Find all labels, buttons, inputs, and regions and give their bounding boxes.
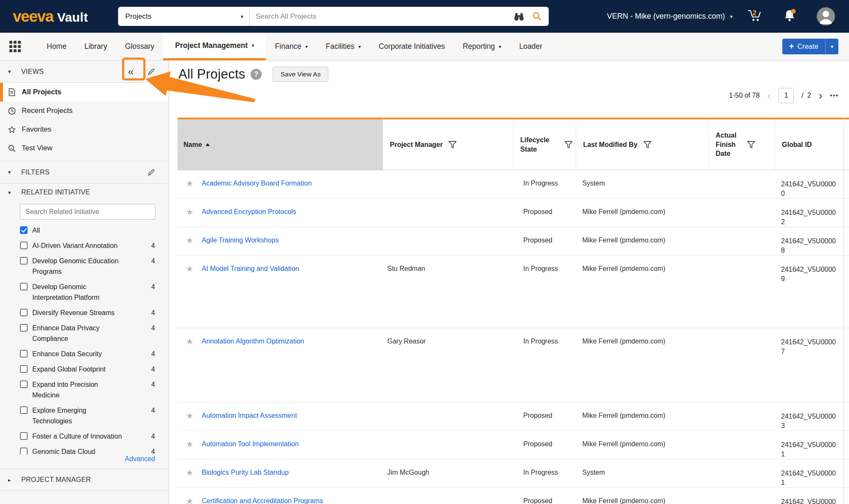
favorite-star-icon[interactable]: ★	[178, 328, 202, 346]
checkbox-icon[interactable]	[20, 380, 28, 388]
checkbox-icon[interactable]	[20, 242, 28, 249]
filter-option-explore-emerging-technologies[interactable]: Explore Emerging Technologies4	[20, 405, 155, 426]
related-initiative-search-input[interactable]	[20, 204, 155, 220]
create-dropdown-toggle[interactable]: ▾	[825, 39, 838, 54]
favorite-star-icon[interactable]: ★	[178, 431, 202, 449]
cart-button[interactable]: 2	[747, 8, 763, 24]
notifications-bell-button[interactable]	[783, 8, 796, 25]
page-number-input[interactable]: 1	[778, 88, 794, 103]
avatar[interactable]	[817, 7, 835, 25]
nav-tab-home[interactable]: Home	[38, 33, 76, 60]
create-button[interactable]: + Create ▾	[782, 39, 838, 54]
related-initiative-header[interactable]: ▾ RELATED INITIATIVE	[0, 183, 169, 201]
filter-funnel-icon[interactable]	[448, 141, 457, 149]
user-account-menu[interactable]: VERN - Mike (vern-genomics.com) ▾	[607, 12, 733, 21]
help-icon[interactable]: ?	[251, 69, 262, 80]
favorite-star-icon[interactable]: ★	[178, 170, 202, 189]
filter-option-enhance-data-security[interactable]: Enhance Data Security4	[20, 349, 155, 359]
nav-tab-glossary[interactable]: Glossary	[116, 33, 163, 60]
project-name-link[interactable]: Annotation Algorithm Optimization	[202, 338, 304, 345]
nav-tab-facilities[interactable]: Facilities▾	[317, 33, 370, 60]
filter-funnel-icon[interactable]	[747, 141, 755, 149]
views-section-header[interactable]: ▾ VIEWS «	[0, 61, 169, 83]
filter-option-foster-a-culture-of-innovation[interactable]: Foster a Culture of Innovation4	[20, 431, 155, 442]
project-manager-section-header[interactable]: ▸ PROJECT MANAGER	[0, 469, 169, 491]
next-page-icon[interactable]: ›	[819, 90, 823, 101]
section-expand-caret-icon[interactable]: ▸	[8, 477, 15, 483]
favorite-star-icon[interactable]: ★	[178, 227, 202, 245]
favorite-star-icon[interactable]: ★	[178, 403, 202, 421]
filter-funnel-icon[interactable]	[643, 141, 652, 149]
filter-option-expand-global-footprint[interactable]: Expand Global Footprint4	[20, 364, 155, 374]
checkbox-icon[interactable]	[20, 432, 28, 440]
sort-ascending-icon	[206, 143, 210, 146]
table-body: ★Academic Advisory Board FormationIn Pro…	[178, 170, 849, 504]
nav-tab-loader[interactable]: Loader	[510, 33, 551, 60]
nav-tab-corporate-initiatives[interactable]: Corporate Initiatives	[370, 33, 454, 60]
section-collapse-caret-icon[interactable]: ▾	[8, 169, 15, 175]
filter-option-genomic-data-cloud[interactable]: Genomic Data Cloud4	[20, 446, 155, 454]
edit-views-pencil-icon[interactable]	[147, 67, 156, 76]
section-collapse-caret-icon[interactable]: ▾	[8, 68, 15, 75]
filter-funnel-icon[interactable]	[564, 141, 573, 149]
project-name-link[interactable]: Certification and Accreditation Programs	[202, 497, 323, 504]
nav-tab-reporting[interactable]: Reporting▾	[454, 33, 510, 60]
chevron-down-icon: ▾	[499, 44, 501, 50]
filter-option-enhance-data-privacy-compliance[interactable]: Enhance Data Privacy Compliance4	[20, 323, 155, 344]
project-name-link[interactable]: Automation Impact Assessment	[202, 412, 297, 419]
search-input[interactable]	[250, 7, 513, 26]
checkbox-icon[interactable]	[20, 448, 28, 454]
sidebar-view-recent-projects[interactable]: Recent Projects	[0, 101, 169, 120]
project-name-link[interactable]: Agile Training Workshops	[202, 237, 279, 244]
section-collapse-caret-icon[interactable]: ▾	[8, 189, 15, 196]
chevron-down-icon: ▾	[730, 14, 733, 20]
checkbox-icon[interactable]	[20, 350, 28, 358]
create-button-main[interactable]: + Create	[782, 39, 825, 54]
favorite-star-icon[interactable]: ★	[178, 459, 202, 478]
views-section-title: VIEWS	[21, 68, 44, 76]
more-actions-icon[interactable]: •••	[830, 92, 839, 99]
checkbox-icon[interactable]	[20, 365, 28, 373]
binoculars-icon[interactable]	[513, 12, 525, 21]
project-name-link[interactable]: Biologics Purity Lab Standup	[202, 469, 289, 476]
favorite-star-icon[interactable]: ★	[178, 488, 202, 504]
project-name-link[interactable]: Academic Advisory Board Formation	[202, 180, 312, 187]
project-name-link[interactable]: Advanced Encryption Protocols	[202, 208, 296, 215]
filter-option-count: 4	[151, 256, 155, 266]
column-header-name[interactable]: Name	[178, 119, 383, 170]
save-view-as-button[interactable]: Save View As	[273, 67, 328, 82]
checkbox-icon[interactable]	[20, 257, 28, 265]
filter-option-all[interactable]: All	[20, 225, 155, 236]
filter-option-ai-driven-variant-annotation[interactable]: AI-Driven Variant Annotation4	[20, 240, 155, 251]
nav-tab-library[interactable]: Library	[76, 33, 116, 60]
app-launcher-icon[interactable]	[9, 41, 21, 52]
checkbox-icon[interactable]	[20, 406, 28, 414]
favorite-star-icon[interactable]: ★	[178, 199, 202, 217]
checkbox-checked-icon[interactable]	[20, 226, 28, 234]
lifecycle-state-cell: In Progress	[513, 459, 576, 476]
project-name-link[interactable]: Automation Tool Implementation	[202, 440, 299, 448]
advanced-filters-link[interactable]: Advanced	[125, 455, 155, 462]
scrollbar-track[interactable]	[843, 118, 844, 504]
checkbox-icon[interactable]	[20, 309, 28, 316]
edit-filters-pencil-icon[interactable]	[147, 168, 156, 177]
filter-option-develop-genomic-interpretation-platform[interactable]: Develop Genomic Interpretation Platform4	[20, 282, 155, 303]
collapse-sidebar-button[interactable]: «	[120, 61, 142, 82]
filter-option-expand-into-precision-medicine[interactable]: Expand into Precision Medicine4	[20, 379, 155, 400]
project-name-link[interactable]: AI Model Training and Validation	[202, 265, 299, 272]
sidebar-view-all-projects[interactable]: All Projects	[0, 83, 169, 101]
search-scope-dropdown[interactable]: Projects ▾	[118, 7, 249, 26]
sidebar-view-test-view[interactable]: Test View	[0, 139, 169, 158]
nav-tab-finance[interactable]: Finance▾	[266, 33, 316, 60]
filter-option-develop-genomic-education-programs[interactable]: Develop Genomic Education Programs4	[20, 256, 155, 277]
checkbox-icon[interactable]	[20, 324, 28, 332]
previous-page-icon[interactable]: ‹	[767, 90, 771, 101]
sidebar-view-favorites[interactable]: Favorites	[0, 120, 169, 139]
project-manager-cell: Stu Redman	[383, 256, 513, 273]
search-submit-icon[interactable]	[532, 11, 542, 21]
filter-option-diversify-revenue-streams[interactable]: Diversify Revenue Streams4	[20, 307, 155, 318]
favorite-star-icon[interactable]: ★	[178, 256, 202, 274]
nav-tab-project-management[interactable]: Project Management▾	[163, 33, 266, 60]
filters-section-header[interactable]: ▾ FILTERS	[0, 161, 169, 183]
checkbox-icon[interactable]	[20, 283, 28, 290]
